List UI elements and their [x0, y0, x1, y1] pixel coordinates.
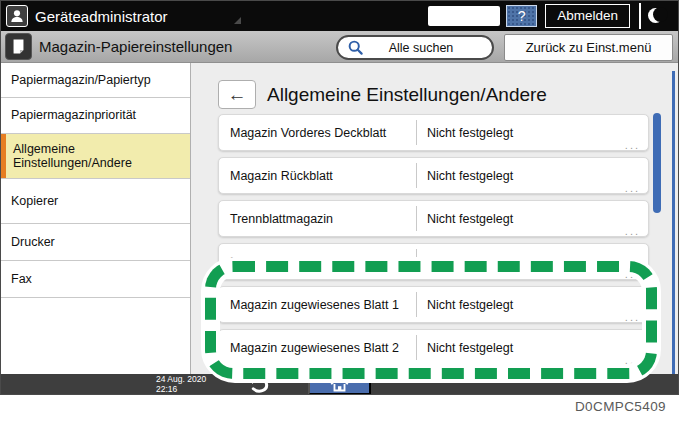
sidebar-item-papiermagazin-papiertyp[interactable]: Papiermagazin/Papiertyp	[1, 63, 190, 98]
home-icon	[330, 375, 349, 395]
ellipsis-icon: ...	[625, 354, 640, 366]
sidebar-item-allgemeine-einstellungen[interactable]: Allgemeine Einstellungen/Andere	[1, 134, 190, 179]
setting-label: Magazin zugewiesenes Blatt 2	[219, 341, 416, 355]
user-icon	[6, 5, 28, 27]
ellipsis-icon: ...	[625, 268, 640, 280]
sidebar-item-label: Fax	[11, 272, 32, 286]
sidebar-item-label: Papiermagazin/Papiertyp	[11, 73, 151, 87]
sidebar-item-label: Papiermagazinpriorität	[11, 108, 136, 122]
sidebar-item-fax[interactable]: Fax	[1, 261, 190, 298]
setting-label: Trennblattmagazin	[219, 212, 416, 226]
undo-back-icon[interactable]	[247, 376, 270, 393]
app-header-bar: Magazin-Papiereinstellungen Alle suchen …	[1, 31, 678, 63]
sidebar-item-label: Drucker	[11, 235, 55, 249]
setting-row-magazin-zugewiesenes-blatt-2[interactable]: Magazin zugewiesenes Blatt 2 Nicht festg…	[218, 329, 649, 366]
back-arrow-icon: ←	[228, 84, 247, 106]
top-bar-divider	[639, 3, 641, 29]
logged-in-user-label: Geräteadministrator	[35, 8, 168, 25]
settings-list: Magazin Vorderes Deckblatt Nicht festgel…	[218, 114, 649, 366]
setting-value: Nicht festgelegt	[417, 255, 648, 269]
system-bottom-bar: 24 Aug. 2020 22:16	[1, 374, 678, 395]
settings-sidebar: Papiermagazin/Papiertyp Papiermagazinpri…	[1, 63, 191, 374]
field-corner-grip-icon[interactable]	[234, 17, 241, 24]
scroll-track-edge	[672, 71, 675, 374]
paper-settings-app-icon	[5, 33, 32, 60]
setting-label: Magazin Vorderes Deckblatt	[219, 126, 416, 140]
page-title: Allgemeine Einstellungen/Andere	[267, 84, 547, 106]
sidebar-item-label: Allgemeine Einstellungen/Andere	[13, 142, 190, 171]
figure-caption: D0CMPC5409	[575, 399, 666, 414]
selected-indicator	[1, 134, 6, 178]
ellipsis-icon: ...	[625, 139, 640, 151]
app-title: Magazin-Papiereinstellungen	[39, 38, 232, 55]
sidebar-item-kopierer[interactable]: Kopierer	[1, 179, 190, 224]
sidebar-item-papiermagazinprioritaet[interactable]: Papiermagazinpriorität	[1, 98, 190, 134]
logout-button[interactable]: Abmelden	[545, 4, 630, 28]
setting-label: Magazin Zwischenblatt	[219, 255, 416, 269]
help-button[interactable]: ?	[506, 5, 537, 27]
search-all-label: Alle suchen	[364, 41, 478, 55]
setting-value: Nicht festgelegt	[417, 169, 648, 183]
setting-label: Magazin zugewiesenes Blatt 1	[219, 298, 416, 312]
back-to-settings-menu-button[interactable]: Zurück zu Einst.menü	[504, 34, 673, 61]
setting-label: Magazin Rückblatt	[219, 169, 416, 183]
energy-saver-moon-icon[interactable]	[648, 7, 666, 25]
setting-row-magazin-rueckblatt[interactable]: Magazin Rückblatt Nicht festgelegt ...	[218, 157, 649, 194]
setting-row-magazin-zugewiesenes-blatt-1[interactable]: Magazin zugewiesenes Blatt 1 Nicht festg…	[218, 286, 649, 323]
setting-value: Nicht festgelegt	[417, 298, 648, 312]
setting-value: Nicht festgelegt	[417, 341, 648, 355]
setting-row-magazin-vorderes-deckblatt[interactable]: Magazin Vorderes Deckblatt Nicht festgel…	[218, 114, 649, 151]
setting-value: Nicht festgelegt	[417, 126, 648, 140]
back-button[interactable]: ←	[218, 80, 256, 109]
screenshot-stage: Geräteadministrator ? Abmelden Magazin-P…	[0, 0, 679, 427]
main-panel: ← Allgemeine Einstellungen/Andere Magazi…	[191, 63, 679, 374]
home-button[interactable]	[308, 374, 371, 395]
search-all-button[interactable]: Alle suchen	[336, 35, 494, 60]
scrollbar-thumb[interactable]	[653, 113, 661, 213]
ellipsis-icon: ...	[625, 182, 640, 194]
main-panel-header: ← Allgemeine Einstellungen/Andere	[218, 80, 547, 109]
ellipsis-icon: ...	[625, 311, 640, 323]
date-time: 24 Aug. 2020 22:16	[156, 375, 206, 394]
setting-row-trennblattmagazin[interactable]: Trennblattmagazin Nicht festgelegt ...	[218, 200, 649, 237]
search-icon	[347, 39, 364, 56]
device-screen: Geräteadministrator ? Abmelden Magazin-P…	[0, 0, 679, 395]
top-bar: Geräteadministrator ? Abmelden	[1, 1, 678, 31]
sidebar-item-drucker[interactable]: Drucker	[1, 224, 190, 261]
setting-value: Nicht festgelegt	[417, 212, 648, 226]
time-label: 22:16	[156, 385, 206, 395]
ellipsis-icon: ...	[625, 225, 640, 237]
setting-row-magazin-zwischenblatt[interactable]: Magazin Zwischenblatt Nicht festgelegt .…	[218, 243, 649, 280]
sidebar-item-label: Kopierer	[11, 194, 58, 208]
system-message-field[interactable]	[428, 6, 500, 26]
